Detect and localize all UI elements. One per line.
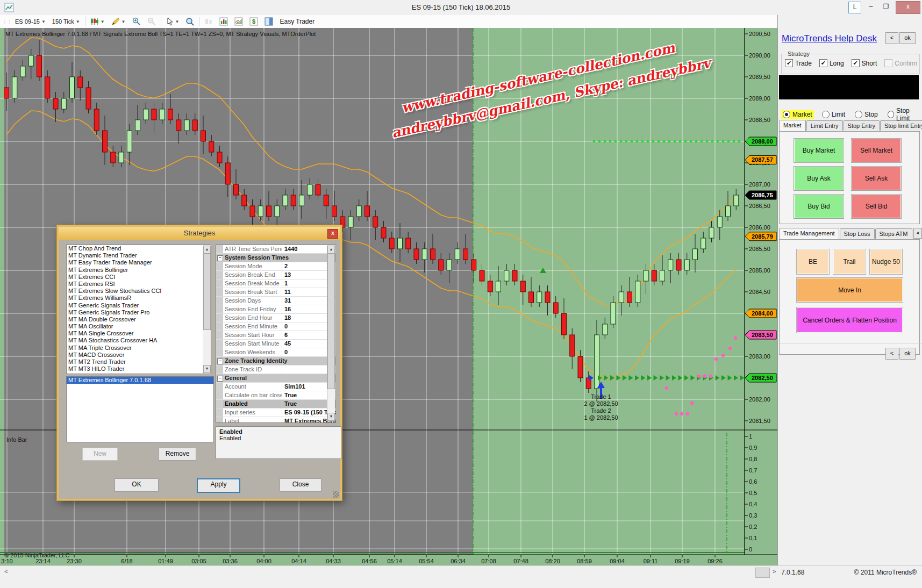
property-row[interactable]: ATR Time Series Peric1440 — [216, 245, 335, 254]
zoom-out-button[interactable] — [146, 17, 158, 26]
property-row[interactable]: Session Break End13 — [216, 271, 335, 279]
property-row[interactable]: Session Weekends0 — [216, 348, 335, 357]
strategy-list-item[interactable]: MT MA Double Crossover — [67, 316, 203, 323]
tab-stop-limit-entry[interactable]: Stop limit Entry — [880, 120, 922, 131]
data-box-button[interactable] — [184, 17, 196, 26]
tab-stops-atm[interactable]: Stops ATM — [875, 228, 912, 239]
property-category-row[interactable]: Zone Tracking Identity− — [216, 357, 335, 365]
chart-style-dropdown[interactable]: ▼ — [89, 17, 106, 26]
collapse-icon[interactable]: − — [217, 358, 223, 364]
scrollbar-thumb[interactable] — [203, 254, 211, 330]
tab-scroll-left-icon[interactable]: ◄ — [913, 228, 922, 239]
property-row[interactable]: Session Mode2 — [216, 262, 335, 271]
zoom-in-button[interactable] — [131, 17, 142, 26]
strategy-list-item[interactable]: MT Extremes CCI — [67, 274, 203, 281]
scroll-up-icon[interactable]: ▲ — [203, 246, 211, 254]
strategy-list-item[interactable]: MT Chop And Trend — [67, 245, 203, 252]
scroll-down-icon[interactable]: ▼ — [327, 413, 335, 421]
minimize-button[interactable]: – — [864, 2, 877, 12]
strategy-list-item[interactable]: MT Dynamic Trend Trader — [67, 252, 203, 259]
tab-market[interactable]: Market — [779, 120, 806, 131]
resize-grip[interactable] — [333, 491, 339, 498]
account-data-button[interactable]: $ — [248, 17, 260, 26]
tab-limit-entry[interactable]: Limit Entry — [806, 120, 843, 131]
property-row[interactable]: Session Days31 — [216, 297, 335, 305]
tab-stop-loss[interactable]: Stop Loss — [840, 228, 875, 239]
radio-circle[interactable] — [888, 111, 894, 118]
scrollbar-thumb[interactable] — [327, 254, 335, 389]
property-row[interactable]: Session Start Minute45 — [216, 340, 335, 348]
chart-trader-toggle[interactable] — [263, 17, 275, 26]
property-row[interactable]: AccountSim101 — [216, 383, 335, 391]
strategy-list-item[interactable]: MT Extremes Bollinger — [67, 267, 203, 274]
checkbox-box[interactable]: ✔ — [852, 59, 860, 67]
property-row[interactable]: Session End Friday16 — [216, 305, 335, 314]
toolbar-grip-icon[interactable]: ⋮⋮ — [2, 19, 12, 25]
strategy-list-item[interactable]: MT MT2 Trend Trader — [67, 358, 203, 365]
nudge-50-button[interactable]: Nudge 50 — [869, 249, 903, 275]
sell-ask-button[interactable]: Sell Ask — [851, 166, 902, 191]
scroll-left-icon[interactable]: < — [4, 568, 8, 575]
property-row[interactable]: Calculate on bar closeTrue — [216, 391, 335, 400]
strategy-list-scrollbar[interactable]: ▲ ▼ — [203, 245, 211, 374]
be-button[interactable]: BE — [796, 249, 830, 275]
cancel-orders-flatten-button[interactable]: Cancel Orders & Flatten Position — [796, 307, 903, 333]
strategy-list-item[interactable]: MT Easy Trader Trade Manager — [67, 259, 203, 266]
property-grid-scrollbar[interactable]: ▲ ▼ — [327, 245, 335, 421]
property-row[interactable]: Session End Hour18 — [216, 314, 335, 322]
market-analyzer-button[interactable] — [218, 17, 230, 26]
property-row[interactable]: Session End Minute0 — [216, 322, 335, 331]
strategy-list-item[interactable]: MT MT3 HILO Trader — [67, 365, 203, 372]
strategy-list-item[interactable]: MT MA Single Crossover — [67, 330, 203, 337]
close-button[interactable]: Close — [280, 478, 321, 492]
property-row[interactable]: Input seriesES 09-15 (150 Tick) — [216, 408, 335, 417]
instrument-dropdown[interactable]: ES 09-15▼ — [13, 18, 47, 25]
drawing-tools-dropdown[interactable]: ▼ — [110, 17, 127, 26]
radio-circle[interactable] — [783, 111, 790, 118]
property-category-row[interactable]: General− — [216, 374, 335, 383]
checkbox-confirm[interactable]: Confirm — [884, 59, 917, 67]
strategy-list-item[interactable]: MT MA Oscillator — [67, 323, 203, 330]
period-dropdown[interactable]: 150 Tick▼ — [51, 18, 82, 25]
radio-circle[interactable] — [822, 111, 830, 118]
trail-button[interactable]: Trail — [833, 249, 866, 275]
panel-ok-button[interactable]: ok — [899, 348, 916, 360]
radio-circle[interactable] — [855, 111, 862, 118]
buy-market-button[interactable]: Buy Market — [794, 138, 844, 163]
collapse-icon[interactable]: − — [217, 255, 223, 261]
collapse-icon[interactable]: − — [217, 376, 223, 382]
tab-stop-entry[interactable]: Stop Entry — [844, 120, 880, 131]
ok-button[interactable]: OK — [115, 478, 159, 492]
strategy-list-item[interactable]: MT MACD Crossover — [67, 352, 203, 358]
move-in-button[interactable]: Move In — [796, 277, 903, 303]
strategy-list-item[interactable]: MT Generic Signals Trader Pro — [67, 309, 203, 316]
layout-button[interactable]: L — [848, 2, 861, 13]
property-row[interactable]: Session Start Hour6 — [216, 331, 335, 340]
remove-button[interactable]: Remove — [159, 448, 196, 461]
radio-limit[interactable]: Limit — [820, 110, 847, 119]
tab-trade-management[interactable]: Trade Management — [779, 228, 839, 239]
strategy-list-item[interactable]: MT Extremes RSI — [67, 281, 203, 288]
microtrends-help-link[interactable]: MicroTrends Help Desk — [782, 33, 877, 44]
property-row[interactable]: EnabledTrue — [216, 400, 335, 408]
strategy-list-item[interactable]: MT Extremes WilliamsR — [67, 295, 203, 302]
panel-back-button[interactable]: < — [885, 32, 898, 44]
hscrollbar-thumb[interactable] — [755, 568, 770, 578]
property-category-row[interactable]: System Session Times− — [216, 254, 335, 262]
scroll-up-icon[interactable]: ▲ — [327, 246, 335, 254]
property-row[interactable]: Session Break Mode1 — [216, 279, 335, 288]
strategy-list-item[interactable]: MT Generic Signals Trader — [67, 302, 203, 309]
cursor-dropdown[interactable]: ▼ — [165, 17, 181, 26]
radio-stop[interactable]: Stop — [853, 110, 880, 119]
configured-strategy-item[interactable]: MT Extremes Bollinger 7.0.1.68 — [67, 377, 213, 384]
bars-back-button[interactable] — [203, 17, 215, 26]
buy-ask-button[interactable]: Buy Ask — [794, 166, 844, 191]
scroll-right-icon[interactable]: > — [773, 568, 776, 575]
checkbox-short[interactable]: ✔Short — [852, 59, 877, 67]
panel-ok-button[interactable]: ok — [899, 32, 916, 44]
new-button[interactable]: New — [82, 448, 118, 461]
property-row[interactable]: Zone Track ID — [216, 365, 335, 374]
property-row[interactable]: LabelMT Extremes Bollinger — [216, 417, 335, 423]
maximize-button[interactable]: ❐ — [880, 2, 892, 12]
checkbox-box[interactable]: ✔ — [819, 59, 827, 67]
